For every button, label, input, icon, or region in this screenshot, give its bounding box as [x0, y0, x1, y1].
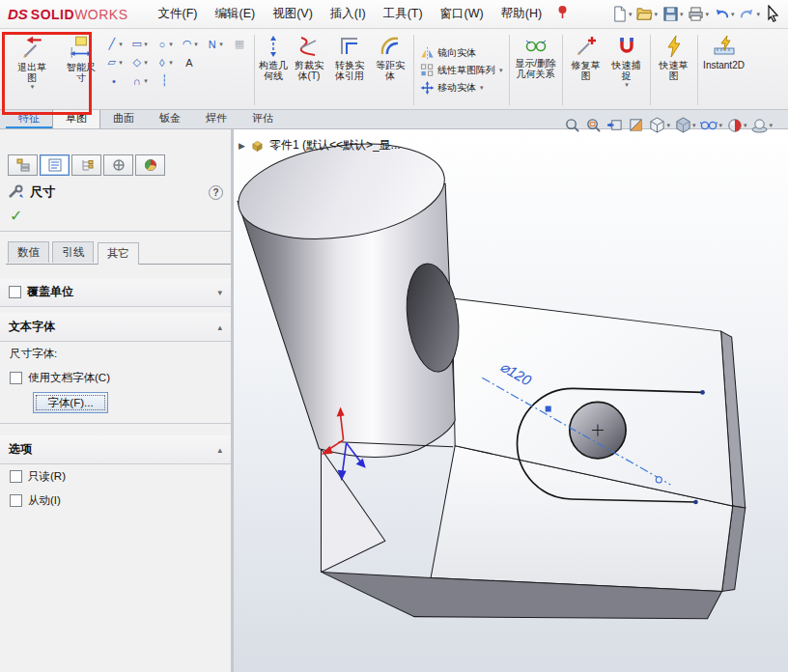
view-orientation-button[interactable]: ▾ [649, 117, 670, 133]
tab-features[interactable]: 特征 [6, 109, 52, 128]
driven-row[interactable]: 从动(I) [0, 489, 231, 513]
help-button[interactable]: ? [209, 185, 223, 200]
sketch-tool-polygon[interactable]: ◇▾ [127, 54, 151, 70]
open-button[interactable]: ▾ [634, 4, 660, 24]
sketch-tool-spline[interactable]: N▾ [203, 36, 226, 52]
dimension-handle[interactable] [546, 406, 551, 411]
select-button[interactable] [763, 3, 782, 25]
tab-surfaces[interactable]: 曲面 [100, 109, 147, 128]
exit-sketch-button[interactable]: 退出草图 ▾ [4, 31, 60, 109]
previous-view-button[interactable] [606, 117, 623, 133]
menu-help[interactable]: 帮助(H) [492, 0, 550, 28]
override-units-group-header[interactable]: 覆盖单位 ▾ [0, 278, 231, 307]
appearance-button[interactable]: ▾ [727, 118, 747, 133]
mirror-entities-button[interactable]: 镜向实体 [420, 46, 503, 60]
dropdown-caret[interactable]: ▾ [756, 11, 760, 18]
line-endpoint[interactable] [656, 477, 661, 483]
dropdown-caret[interactable]: ▾ [654, 11, 658, 18]
read-only-checkbox[interactable] [10, 470, 22, 483]
sketch-tool-point[interactable]: • [102, 72, 126, 89]
dropdown-caret[interactable]: ▾ [169, 59, 173, 67]
feature-tree-root-item[interactable]: 零件1 (默认<<默认>_显... [269, 137, 401, 154]
sketch-tool-text[interactable]: A [178, 54, 201, 70]
undo-button[interactable]: ▾ [712, 4, 737, 24]
repair-sketch-button[interactable]: 修复草图 [566, 31, 606, 109]
linear-sketch-pattern-button[interactable]: 线性草图阵列 ▾ [420, 64, 503, 77]
sketch-tool-ellipse[interactable]: ◊▾ [153, 54, 176, 70]
dropdown-caret[interactable]: ▾ [144, 59, 148, 67]
dropdown-caret[interactable]: ▾ [169, 41, 173, 48]
dropdown-caret[interactable]: ▾ [625, 81, 629, 89]
font-button[interactable]: 字体(F)... [33, 392, 108, 413]
dropdown-caret[interactable]: ▾ [144, 77, 148, 85]
dropdown-caret[interactable]: ▾ [680, 11, 684, 18]
tab-leaders[interactable]: 引线 [52, 241, 94, 263]
driven-checkbox[interactable] [10, 494, 22, 507]
sketch-endpoint[interactable] [693, 500, 698, 505]
redo-button[interactable]: ▾ [737, 4, 762, 24]
zoom-area-button[interactable] [585, 117, 602, 133]
use-document-font-row[interactable]: 使用文档字体(C) [0, 366, 231, 390]
model-canvas[interactable]: ⌀120 [234, 129, 788, 672]
dropdown-caret[interactable]: ▾ [629, 11, 633, 18]
offset-entities-button[interactable]: 等距实体 [370, 31, 410, 109]
tab-sketch[interactable]: 草图 [52, 108, 100, 128]
dropdown-caret[interactable]: ▾ [744, 122, 747, 129]
cylinder-boss[interactable] [234, 132, 464, 458]
zoom-fit-button[interactable] [564, 117, 580, 133]
dropdown-caret[interactable]: ▾ [194, 41, 198, 48]
graphics-area[interactable]: ▾ ▾ ▾ ▾ ▾ ▶ [234, 129, 788, 672]
read-only-row[interactable]: 只读(R) [0, 464, 231, 489]
print-button[interactable]: ▾ [686, 4, 711, 24]
menu-window[interactable]: 窗口(W) [432, 0, 492, 28]
display-style-button[interactable]: ▾ [675, 117, 696, 133]
menu-file[interactable]: 文件(F) [150, 0, 207, 28]
dropdown-caret[interactable]: ▾ [731, 11, 735, 18]
dropdown-caret[interactable]: ▾ [705, 11, 709, 18]
construction-geometry-button[interactable]: 构造几何线 [258, 31, 289, 109]
dropdown-caret[interactable]: ▾ [119, 41, 123, 48]
sketch-tool-centerline[interactable]: ┆ [153, 72, 176, 89]
scene-button[interactable]: ▾ [751, 118, 773, 133]
dropdown-caret[interactable]: ▾ [480, 84, 484, 92]
dropdown-caret[interactable]: ▾ [769, 122, 773, 129]
dropdown-caret[interactable]: ▾ [219, 41, 223, 48]
section-view-button[interactable] [628, 117, 644, 133]
dropdown-caret[interactable]: ▾ [718, 122, 722, 129]
rapid-sketch-button[interactable]: 快速草图 [654, 31, 694, 109]
configuration-manager-tab[interactable] [71, 154, 101, 176]
display-manager-tab[interactable] [135, 154, 165, 176]
smart-dimension-button[interactable]: 智能尺寸 [60, 31, 102, 109]
tab-evaluate[interactable]: 评估 [239, 109, 286, 128]
trim-entities-button[interactable]: 剪裁实体(T) [289, 31, 329, 109]
hide-show-items-button[interactable]: ▾ [700, 118, 722, 132]
dropdown-caret[interactable]: ▾ [692, 122, 696, 129]
property-manager-tab[interactable] [40, 154, 70, 176]
dropdown-caret[interactable]: ▾ [499, 67, 503, 74]
dropdown-caret[interactable]: ▾ [119, 59, 123, 67]
instant2d-button[interactable]: Instant2D [701, 31, 747, 109]
save-button[interactable]: ▾ [661, 4, 686, 24]
sketch-tool-line[interactable]: ╱▾ [102, 36, 126, 52]
sketch-tool-circle[interactable]: ○▾ [153, 36, 176, 52]
move-entities-button[interactable]: 移动实体 ▾ [420, 81, 503, 95]
sketch-tool-corner-rectangle[interactable]: ▭▾ [127, 36, 151, 52]
dimxpert-manager-tab[interactable] [103, 154, 133, 176]
ok-button[interactable]: ✓ [10, 208, 22, 224]
menu-tools[interactable]: 工具(T) [375, 0, 432, 28]
dropdown-caret[interactable]: ▾ [666, 122, 670, 129]
quick-snaps-button[interactable]: 快速捕捉 ▾ [606, 31, 647, 109]
menu-edit[interactable]: 编辑(E) [206, 0, 264, 28]
override-units-checkbox[interactable] [9, 286, 21, 298]
menu-view[interactable]: 视图(V) [264, 0, 322, 28]
pin-menu-icon[interactable] [556, 5, 569, 23]
display-delete-relations-button[interactable]: 显示/删除几何关系 [513, 31, 559, 109]
feature-manager-tab[interactable] [8, 154, 38, 176]
sketch-tool-fillet[interactable]: ∩▾ [127, 72, 151, 89]
text-font-group-header[interactable]: 文本字体 ▴ [0, 313, 231, 342]
dropdown-caret[interactable]: ▾ [144, 41, 148, 48]
tab-sheet-metal[interactable]: 钣金 [147, 109, 193, 128]
tab-weldments[interactable]: 焊件 [193, 109, 239, 128]
sketch-tool-centerpoint-arc[interactable]: ◠▾ [178, 36, 201, 52]
tree-expand-arrow[interactable]: ▶ [239, 141, 245, 151]
